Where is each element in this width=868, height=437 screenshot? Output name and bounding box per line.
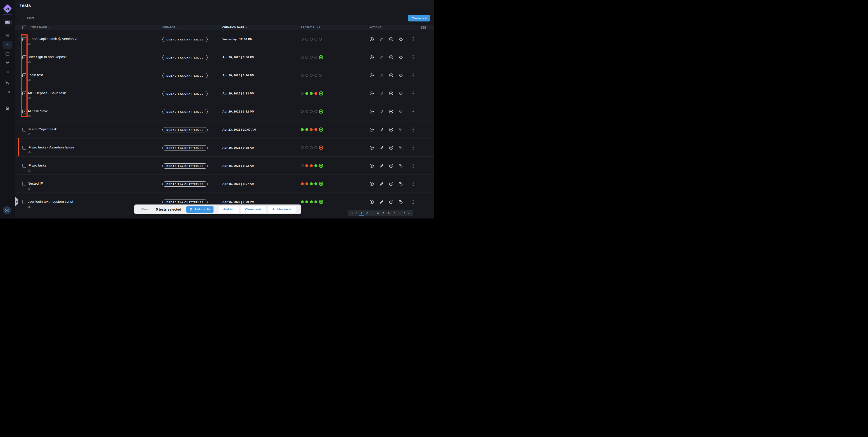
workspace-switcher-button[interactable]: D: [3, 19, 11, 26]
run-play-icon[interactable]: [369, 181, 374, 186]
tag-icon[interactable]: [399, 181, 403, 186]
add-circle-icon[interactable]: [389, 127, 394, 132]
clone-tests-button[interactable]: Clone tests: [241, 206, 266, 213]
row-checkbox[interactable]: ✓: [22, 110, 26, 113]
create-test-button[interactable]: Create test: [408, 15, 430, 22]
add-circle-icon[interactable]: [389, 200, 394, 204]
page-number-6[interactable]: 6: [387, 210, 391, 216]
run-play-icon[interactable]: [369, 37, 374, 41]
user-avatar[interactable]: DC: [3, 206, 11, 214]
last-page-icon[interactable]: [407, 211, 411, 214]
kebab-menu-icon[interactable]: [411, 145, 415, 150]
test-name-block[interactable]: IF w/o tasks - Assertion failure v0: [28, 145, 74, 154]
column-header-creation-date[interactable]: CREATION DATE ▼: [222, 25, 247, 30]
row-checkbox[interactable]: ✓: [22, 164, 26, 168]
edit-pencil-icon[interactable]: [379, 181, 384, 186]
tag-icon[interactable]: [399, 109, 403, 114]
kebab-menu-icon[interactable]: [411, 127, 415, 132]
test-name-block[interactable]: Login test v0: [28, 73, 43, 82]
add-circle-icon[interactable]: [389, 55, 394, 60]
kebab-menu-icon[interactable]: [411, 73, 415, 78]
home-icon[interactable]: [0, 33, 15, 38]
row-checkbox[interactable]: ✓: [22, 200, 26, 204]
tag-icon[interactable]: [399, 163, 403, 168]
next-page-icon[interactable]: [403, 211, 406, 214]
page-number-5[interactable]: 5: [381, 210, 385, 216]
tag-icon[interactable]: [399, 55, 403, 60]
add-circle-icon[interactable]: [389, 73, 394, 78]
edit-pencil-icon[interactable]: [379, 145, 384, 150]
run-play-icon[interactable]: [369, 145, 374, 150]
test-name-block[interactable]: Nested IF v3: [28, 181, 43, 191]
test-name-block[interactable]: AI Task Save v0: [28, 109, 48, 118]
column-settings-icon[interactable]: [421, 26, 426, 29]
edit-pencil-icon[interactable]: [379, 37, 384, 41]
recordings-icon[interactable]: [0, 90, 15, 95]
test-name-block[interactable]: user login text - custom script v5: [28, 199, 73, 208]
test-name-block[interactable]: AIC: Deposit - Save task v0: [28, 91, 66, 100]
page-number-1[interactable]: 1: [360, 210, 364, 216]
test-name-block[interactable]: User Sign In and Deposit v0: [28, 55, 66, 64]
page-number-3[interactable]: 3: [371, 210, 374, 216]
edit-pencil-icon[interactable]: [379, 200, 384, 204]
clear-selection-button[interactable]: Clear: [141, 208, 149, 211]
test-name-block[interactable]: IF and Copilot task @ version v2 v0: [28, 37, 78, 46]
prev-page-icon[interactable]: [355, 211, 358, 214]
add-circle-icon[interactable]: [389, 37, 394, 41]
row-checkbox[interactable]: ✓: [22, 73, 26, 77]
add-circle-icon[interactable]: [389, 145, 394, 150]
tag-icon[interactable]: [399, 91, 403, 96]
kebab-menu-icon[interactable]: [411, 200, 415, 204]
edit-pencil-icon[interactable]: [379, 127, 384, 132]
page-number-4[interactable]: 4: [376, 210, 380, 216]
tag-icon[interactable]: [399, 37, 403, 41]
settings-gear-icon[interactable]: ⚙: [0, 106, 15, 111]
add-circle-icon[interactable]: [389, 163, 394, 168]
row-checkbox[interactable]: ✓: [22, 182, 26, 186]
edit-pencil-icon[interactable]: [379, 163, 384, 168]
flask-tests-icon[interactable]: [0, 42, 15, 47]
filter-button[interactable]: Filter: [22, 15, 34, 21]
test-name-block[interactable]: IF w/o tasks v2: [28, 163, 46, 172]
add-circle-icon[interactable]: [389, 181, 394, 186]
kebab-menu-icon[interactable]: [411, 37, 415, 41]
row-checkbox[interactable]: ✓: [22, 146, 26, 149]
run-play-icon[interactable]: [369, 127, 374, 132]
flow-tree-icon[interactable]: [0, 80, 15, 85]
run-play-icon[interactable]: [369, 55, 374, 60]
column-header-test-name[interactable]: TEST NAME ▲▼: [31, 25, 50, 30]
edit-pencil-icon[interactable]: [379, 91, 384, 96]
kebab-menu-icon[interactable]: [411, 55, 415, 60]
run-play-icon[interactable]: [369, 91, 374, 96]
add-tag-button[interactable]: Add tag: [219, 206, 239, 213]
tag-icon[interactable]: [399, 200, 403, 204]
edit-pencil-icon[interactable]: [379, 73, 384, 78]
kebab-menu-icon[interactable]: [411, 109, 415, 114]
tag-icon[interactable]: [399, 73, 403, 78]
add-circle-icon[interactable]: [389, 91, 394, 96]
first-page-icon[interactable]: [350, 211, 353, 214]
row-checkbox[interactable]: ✓: [22, 128, 26, 132]
row-checkbox[interactable]: ✓: [22, 55, 26, 59]
column-header-creator[interactable]: CREATOR ▲▼: [162, 25, 178, 30]
run-play-icon[interactable]: [369, 109, 374, 114]
row-checkbox[interactable]: ✓: [22, 37, 26, 41]
list-icon[interactable]: [0, 70, 15, 75]
tag-icon[interactable]: [399, 145, 403, 150]
add-circle-icon[interactable]: [389, 109, 394, 114]
run-play-icon[interactable]: [369, 200, 374, 204]
select-all-checkbox[interactable]: ✓: [22, 26, 26, 29]
table-icon[interactable]: [0, 52, 15, 57]
add-to-suite-button[interactable]: Add to suite: [186, 206, 213, 213]
run-play-icon[interactable]: [369, 73, 374, 78]
kebab-menu-icon[interactable]: [411, 91, 415, 96]
run-play-icon[interactable]: [369, 163, 374, 168]
components-icon[interactable]: [0, 61, 15, 66]
tag-icon[interactable]: [399, 127, 403, 132]
page-number-2[interactable]: 2: [365, 210, 369, 216]
edit-pencil-icon[interactable]: [379, 109, 384, 114]
page-number-7[interactable]: 7: [393, 210, 396, 216]
kebab-menu-icon[interactable]: [411, 181, 415, 186]
kebab-menu-icon[interactable]: [411, 163, 415, 168]
test-name-block[interactable]: IF and Copilot task v2: [28, 127, 57, 136]
